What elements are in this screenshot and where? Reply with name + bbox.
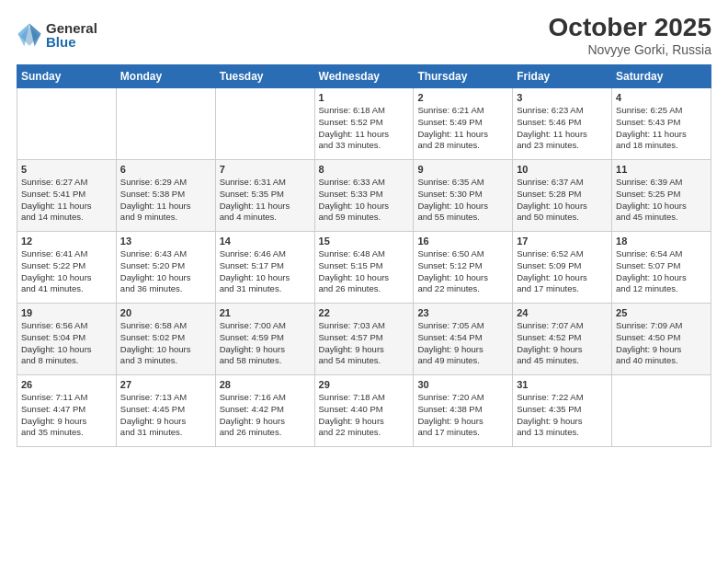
page: General Blue October 2025 Novyye Gorki, … <box>0 0 728 563</box>
day-cell: 29Sunrise: 7:18 AM Sunset: 4:40 PM Dayli… <box>314 375 414 447</box>
location-title: Novyye Gorki, Russia <box>549 42 711 57</box>
day-info: Sunrise: 6:23 AM Sunset: 5:46 PM Dayligh… <box>517 105 608 152</box>
day-cell: 22Sunrise: 7:03 AM Sunset: 4:57 PM Dayli… <box>314 304 414 375</box>
day-info: Sunrise: 6:48 AM Sunset: 5:15 PM Dayligh… <box>319 248 410 295</box>
col-tuesday: Tuesday <box>215 65 314 88</box>
day-number: 17 <box>517 236 608 247</box>
day-cell: 16Sunrise: 6:50 AM Sunset: 5:12 PM Dayli… <box>414 232 513 304</box>
day-info: Sunrise: 7:22 AM Sunset: 4:35 PM Dayligh… <box>517 392 608 439</box>
day-number: 5 <box>21 164 112 175</box>
logo-blue: Blue <box>46 35 97 49</box>
day-info: Sunrise: 6:46 AM Sunset: 5:17 PM Dayligh… <box>220 248 311 295</box>
day-info: Sunrise: 6:31 AM Sunset: 5:35 PM Dayligh… <box>220 177 311 224</box>
day-number: 10 <box>517 164 608 175</box>
day-info: Sunrise: 6:56 AM Sunset: 5:04 PM Dayligh… <box>21 320 112 367</box>
day-number: 24 <box>517 307 608 318</box>
day-info: Sunrise: 6:29 AM Sunset: 5:38 PM Dayligh… <box>120 177 211 224</box>
day-number: 22 <box>319 307 410 318</box>
week-row-2: 12Sunrise: 6:41 AM Sunset: 5:22 PM Dayli… <box>17 232 711 304</box>
title-block: October 2025 Novyye Gorki, Russia <box>549 13 711 57</box>
day-cell: 11Sunrise: 6:39 AM Sunset: 5:25 PM Dayli… <box>612 160 711 232</box>
day-cell: 23Sunrise: 7:05 AM Sunset: 4:54 PM Dayli… <box>414 304 513 375</box>
day-cell: 15Sunrise: 6:48 AM Sunset: 5:15 PM Dayli… <box>314 232 414 304</box>
day-cell: 17Sunrise: 6:52 AM Sunset: 5:09 PM Dayli… <box>513 232 612 304</box>
day-cell: 1Sunrise: 6:18 AM Sunset: 5:52 PM Daylig… <box>314 88 414 160</box>
day-number: 30 <box>417 379 508 390</box>
day-number: 20 <box>120 307 211 318</box>
day-cell: 25Sunrise: 7:09 AM Sunset: 4:50 PM Dayli… <box>612 304 711 375</box>
day-cell: 9Sunrise: 6:35 AM Sunset: 5:30 PM Daylig… <box>414 160 513 232</box>
day-info: Sunrise: 6:52 AM Sunset: 5:09 PM Dayligh… <box>517 248 608 295</box>
logo: General Blue <box>17 21 97 49</box>
day-cell: 3Sunrise: 6:23 AM Sunset: 5:46 PM Daylig… <box>513 88 612 160</box>
day-info: Sunrise: 7:13 AM Sunset: 4:45 PM Dayligh… <box>120 392 211 439</box>
day-cell: 6Sunrise: 6:29 AM Sunset: 5:38 PM Daylig… <box>116 160 215 232</box>
day-cell: 5Sunrise: 6:27 AM Sunset: 5:41 PM Daylig… <box>17 160 117 232</box>
day-info: Sunrise: 6:35 AM Sunset: 5:30 PM Dayligh… <box>417 177 508 224</box>
day-number: 27 <box>120 379 211 390</box>
day-cell: 7Sunrise: 6:31 AM Sunset: 5:35 PM Daylig… <box>215 160 314 232</box>
header-row: Sunday Monday Tuesday Wednesday Thursday… <box>17 65 711 88</box>
week-row-1: 5Sunrise: 6:27 AM Sunset: 5:41 PM Daylig… <box>17 160 711 232</box>
day-cell: 31Sunrise: 7:22 AM Sunset: 4:35 PM Dayli… <box>513 375 612 447</box>
day-number: 11 <box>616 164 707 175</box>
day-info: Sunrise: 6:27 AM Sunset: 5:41 PM Dayligh… <box>21 177 112 224</box>
day-cell: 26Sunrise: 7:11 AM Sunset: 4:47 PM Dayli… <box>17 375 117 447</box>
day-cell: 21Sunrise: 7:00 AM Sunset: 4:59 PM Dayli… <box>215 304 314 375</box>
day-info: Sunrise: 6:39 AM Sunset: 5:25 PM Dayligh… <box>616 177 707 224</box>
day-info: Sunrise: 6:50 AM Sunset: 5:12 PM Dayligh… <box>417 248 508 295</box>
day-cell: 19Sunrise: 6:56 AM Sunset: 5:04 PM Dayli… <box>17 304 117 375</box>
day-info: Sunrise: 7:03 AM Sunset: 4:57 PM Dayligh… <box>319 320 410 367</box>
logo-icon <box>17 22 42 48</box>
day-cell: 30Sunrise: 7:20 AM Sunset: 4:38 PM Dayli… <box>414 375 513 447</box>
day-number: 6 <box>120 164 211 175</box>
day-cell: 8Sunrise: 6:33 AM Sunset: 5:33 PM Daylig… <box>314 160 414 232</box>
day-number: 8 <box>319 164 410 175</box>
day-number: 25 <box>616 307 707 318</box>
day-number: 14 <box>220 236 311 247</box>
day-number: 28 <box>220 379 311 390</box>
day-info: Sunrise: 6:21 AM Sunset: 5:49 PM Dayligh… <box>417 105 508 152</box>
day-info: Sunrise: 7:07 AM Sunset: 4:52 PM Dayligh… <box>517 320 608 367</box>
day-info: Sunrise: 6:25 AM Sunset: 5:43 PM Dayligh… <box>616 105 707 152</box>
day-number: 16 <box>417 236 508 247</box>
day-cell: 4Sunrise: 6:25 AM Sunset: 5:43 PM Daylig… <box>612 88 711 160</box>
day-info: Sunrise: 7:16 AM Sunset: 4:42 PM Dayligh… <box>220 392 311 439</box>
day-number: 18 <box>616 236 707 247</box>
col-saturday: Saturday <box>612 65 711 88</box>
day-info: Sunrise: 6:54 AM Sunset: 5:07 PM Dayligh… <box>616 248 707 295</box>
col-monday: Monday <box>116 65 215 88</box>
day-number: 12 <box>21 236 112 247</box>
day-cell: 13Sunrise: 6:43 AM Sunset: 5:20 PM Dayli… <box>116 232 215 304</box>
day-number: 9 <box>417 164 508 175</box>
day-cell <box>17 88 117 160</box>
logo-general: General <box>46 21 97 35</box>
day-info: Sunrise: 7:09 AM Sunset: 4:50 PM Dayligh… <box>616 320 707 367</box>
day-number: 3 <box>517 92 608 103</box>
day-info: Sunrise: 6:41 AM Sunset: 5:22 PM Dayligh… <box>21 248 112 295</box>
day-number: 1 <box>319 92 410 103</box>
day-number: 4 <box>616 92 707 103</box>
day-info: Sunrise: 7:05 AM Sunset: 4:54 PM Dayligh… <box>417 320 508 367</box>
day-cell: 14Sunrise: 6:46 AM Sunset: 5:17 PM Dayli… <box>215 232 314 304</box>
day-info: Sunrise: 6:43 AM Sunset: 5:20 PM Dayligh… <box>120 248 211 295</box>
day-info: Sunrise: 6:33 AM Sunset: 5:33 PM Dayligh… <box>319 177 410 224</box>
day-number: 29 <box>319 379 410 390</box>
day-cell: 12Sunrise: 6:41 AM Sunset: 5:22 PM Dayli… <box>17 232 117 304</box>
day-number: 7 <box>220 164 311 175</box>
week-row-0: 1Sunrise: 6:18 AM Sunset: 5:52 PM Daylig… <box>17 88 711 160</box>
day-cell: 18Sunrise: 6:54 AM Sunset: 5:07 PM Dayli… <box>612 232 711 304</box>
day-info: Sunrise: 6:58 AM Sunset: 5:02 PM Dayligh… <box>120 320 211 367</box>
day-number: 15 <box>319 236 410 247</box>
calendar-table: Sunday Monday Tuesday Wednesday Thursday… <box>17 64 711 447</box>
day-cell: 28Sunrise: 7:16 AM Sunset: 4:42 PM Dayli… <box>215 375 314 447</box>
day-number: 19 <box>21 307 112 318</box>
day-info: Sunrise: 7:20 AM Sunset: 4:38 PM Dayligh… <box>417 392 508 439</box>
col-thursday: Thursday <box>414 65 513 88</box>
day-info: Sunrise: 7:11 AM Sunset: 4:47 PM Dayligh… <box>21 392 112 439</box>
col-wednesday: Wednesday <box>314 65 414 88</box>
day-cell: 10Sunrise: 6:37 AM Sunset: 5:28 PM Dayli… <box>513 160 612 232</box>
col-friday: Friday <box>513 65 612 88</box>
day-cell: 24Sunrise: 7:07 AM Sunset: 4:52 PM Dayli… <box>513 304 612 375</box>
day-number: 31 <box>517 379 608 390</box>
